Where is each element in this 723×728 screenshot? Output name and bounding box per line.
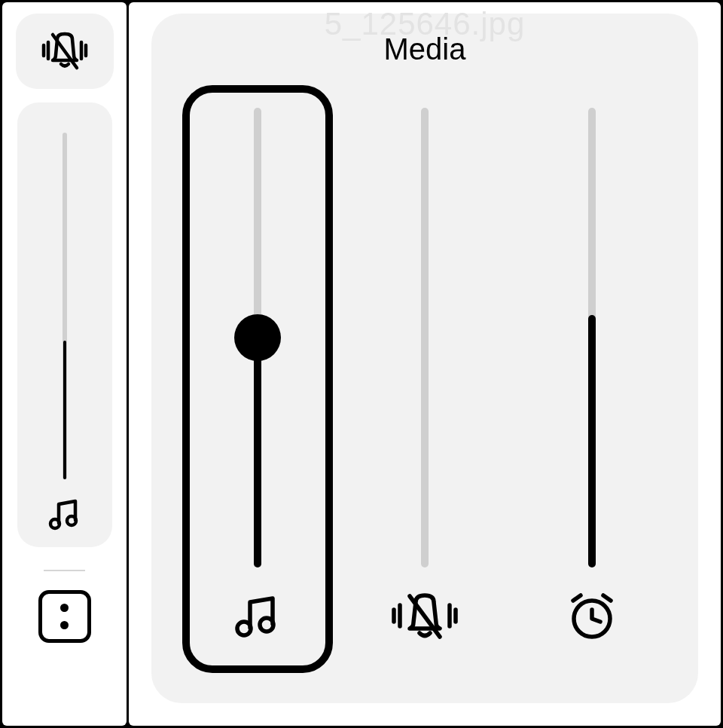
music-icon [230, 590, 285, 643]
media-volume-slider[interactable] [182, 85, 333, 673]
svg-point-7 [237, 622, 251, 635]
bell-off-icon [383, 590, 466, 643]
more-dots-icon [60, 604, 69, 629]
svg-point-6 [67, 516, 76, 525]
sliders-row [174, 85, 676, 673]
expanded-volume-panel: Media [151, 14, 698, 703]
compact-volume-panel [2, 2, 127, 726]
ringer-volume-slider[interactable] [349, 85, 500, 673]
music-icon [47, 498, 83, 532]
alarm-icon [563, 590, 621, 643]
alarm-volume-slider[interactable] [517, 85, 667, 673]
svg-point-5 [50, 519, 59, 528]
svg-point-8 [260, 618, 273, 632]
ringer-mute-button[interactable] [16, 14, 114, 89]
expand-volume-button[interactable] [38, 590, 91, 643]
expanded-volume-container: 5_125646.jpg Media [129, 2, 721, 726]
divider [44, 570, 85, 571]
bell-off-icon [35, 29, 95, 74]
compact-media-slider[interactable] [17, 102, 112, 547]
panel-title: Media [384, 32, 466, 66]
